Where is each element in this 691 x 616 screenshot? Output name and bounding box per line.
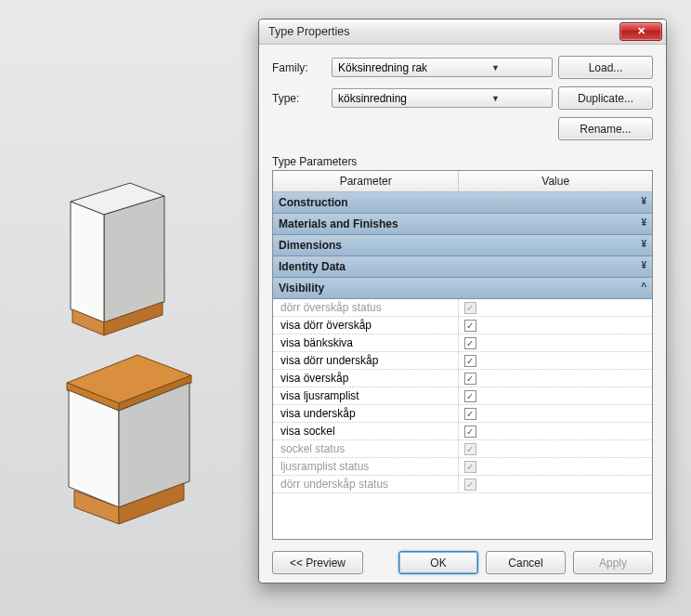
checkbox[interactable]: ✓ xyxy=(464,337,476,349)
group-materials[interactable]: Materials and Finishes ¥ xyxy=(273,214,652,235)
group-construction[interactable]: Construction ¥ xyxy=(273,192,652,214)
checkbox[interactable]: ✓ xyxy=(464,320,476,332)
parameter-value-cell[interactable]: ✓ xyxy=(459,387,652,404)
parameter-value-cell[interactable]: ✓ xyxy=(459,423,652,439)
parameter-name: visa ljusramplist xyxy=(273,387,459,404)
expand-icon: ¥ xyxy=(641,196,646,206)
column-parameter[interactable]: Parameter xyxy=(273,171,459,191)
type-parameters-label: Type Parameters xyxy=(272,155,653,168)
parameter-value-cell: ✓ xyxy=(459,476,652,492)
parameter-value-cell[interactable]: ✓ xyxy=(459,334,652,351)
family-combo-value: Köksinredning rak xyxy=(338,61,443,74)
checkbox: ✓ xyxy=(464,478,476,491)
lower-cabinet-icon xyxy=(52,351,201,537)
checkbox: ✓ xyxy=(464,461,476,473)
checkbox: ✓ xyxy=(464,302,476,314)
parameter-name: visa överskåp xyxy=(273,370,459,387)
table-row: dörr överskåp status✓ xyxy=(273,299,652,317)
svg-marker-1 xyxy=(104,196,164,322)
checkbox: ✓ xyxy=(464,443,476,455)
parameter-value-cell[interactable]: ✓ xyxy=(459,352,652,369)
parameter-name: visa dörr överskåp xyxy=(273,317,459,334)
expand-icon: ¥ xyxy=(641,260,646,270)
table-row: dörr underskåp status✓ xyxy=(273,476,652,493)
upper-cabinet-icon xyxy=(58,179,169,337)
parameter-value-cell[interactable]: ✓ xyxy=(459,370,652,387)
column-value[interactable]: Value xyxy=(459,171,652,191)
window-title: Type Properties xyxy=(268,25,619,38)
ok-button[interactable]: OK xyxy=(398,551,478,574)
type-combo-value: köksinredning xyxy=(338,92,443,105)
table-row: visa sockel✓ xyxy=(273,423,652,440)
type-properties-dialog: Type Properties ✕ Family: Köksinredning … xyxy=(258,19,667,583)
svg-marker-2 xyxy=(71,202,104,322)
group-visibility[interactable]: Visibility ^ xyxy=(273,278,652,299)
parameter-name: sockel status xyxy=(273,440,459,457)
table-row: visa dörr överskåp✓ xyxy=(273,317,652,334)
parameter-name: dörr underskåp status xyxy=(273,476,459,492)
titlebar[interactable]: Type Properties ✕ xyxy=(259,20,666,45)
chevron-down-icon: ▼ xyxy=(443,94,548,103)
parameters-grid: Parameter Value Construction ¥ Materials… xyxy=(272,170,653,540)
family-combo[interactable]: Köksinredning rak ▼ xyxy=(332,58,553,77)
expand-icon: ¥ xyxy=(641,239,646,249)
apply-button[interactable]: Apply xyxy=(573,551,653,574)
table-row: visa dörr underskåp✓ xyxy=(273,352,652,370)
collapse-icon: ^ xyxy=(641,282,646,292)
preview-button[interactable]: << Preview xyxy=(272,551,363,574)
parameter-name: visa underskåp xyxy=(273,405,459,422)
load-button[interactable]: Load... xyxy=(558,56,653,79)
family-label: Family: xyxy=(272,61,326,74)
parameter-value-cell[interactable]: ✓ xyxy=(459,405,652,422)
parameter-value-cell: ✓ xyxy=(459,440,652,457)
rename-button[interactable]: Rename... xyxy=(558,117,653,140)
table-row: visa underskåp✓ xyxy=(273,405,652,423)
parameter-value-cell: ✓ xyxy=(459,299,652,316)
checkbox[interactable]: ✓ xyxy=(464,390,476,402)
parameter-name: visa dörr underskåp xyxy=(273,352,459,369)
parameter-name: ljusramplist status xyxy=(273,458,459,475)
svg-marker-8 xyxy=(69,390,119,507)
parameter-value-cell[interactable]: ✓ xyxy=(459,317,652,334)
checkbox[interactable]: ✓ xyxy=(464,373,476,385)
close-button[interactable]: ✕ xyxy=(619,22,662,41)
table-row: sockel status✓ xyxy=(273,440,652,458)
table-row: visa ljusramplist✓ xyxy=(273,387,652,405)
checkbox[interactable]: ✓ xyxy=(464,408,476,420)
duplicate-button[interactable]: Duplicate... xyxy=(558,86,653,110)
cancel-button[interactable]: Cancel xyxy=(486,551,566,574)
parameter-name: dörr överskåp status xyxy=(273,299,459,316)
checkbox[interactable]: ✓ xyxy=(464,426,476,438)
table-row: visa bänkskiva✓ xyxy=(273,334,652,352)
table-row: ljusramplist status✓ xyxy=(273,458,652,476)
parameter-name: visa sockel xyxy=(273,423,459,439)
chevron-down-icon: ▼ xyxy=(443,63,548,72)
close-icon: ✕ xyxy=(637,25,645,37)
type-combo[interactable]: köksinredning ▼ xyxy=(332,88,553,108)
table-row: visa överskåp✓ xyxy=(273,370,652,387)
group-identity[interactable]: Identity Data ¥ xyxy=(273,256,652,278)
checkbox[interactable]: ✓ xyxy=(464,355,476,367)
parameter-name: visa bänkskiva xyxy=(273,334,459,351)
parameter-value-cell: ✓ xyxy=(459,458,652,475)
type-label: Type: xyxy=(272,92,326,105)
group-dimensions[interactable]: Dimensions ¥ xyxy=(273,235,652,256)
grid-header: Parameter Value xyxy=(273,171,652,192)
expand-icon: ¥ xyxy=(641,217,646,228)
